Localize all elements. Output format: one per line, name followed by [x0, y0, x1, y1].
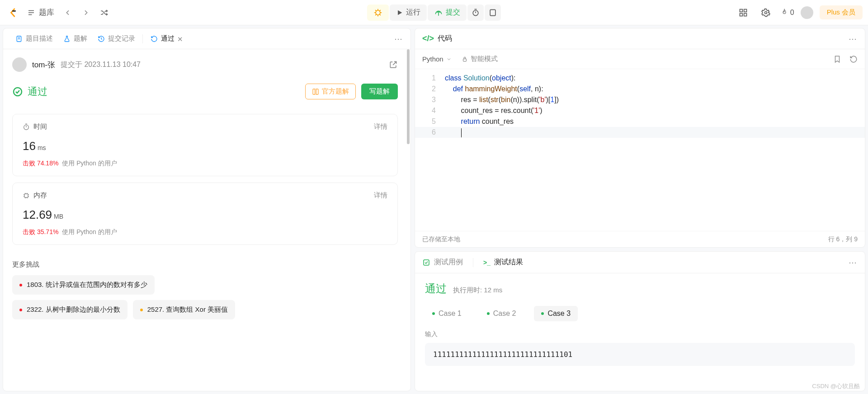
time-beat: 击败 74.18% 使用 Python 的用户 — [23, 159, 387, 168]
memory-detail-link[interactable]: 详情 — [374, 191, 387, 200]
result-status: 通过 — [425, 281, 447, 296]
left-pane: 题目描述 题解 提交记录 通过 ✕ ⋯ tom-张 提交 — [3, 28, 411, 391]
svg-rect-32 — [424, 260, 429, 265]
mode-indicator[interactable]: 智能模式 — [462, 55, 498, 63]
result-more-button[interactable]: ⋯ — [849, 258, 858, 267]
memory-beat: 击败 35.71% 使用 Python 的用户 — [23, 228, 387, 236]
problems-link[interactable]: 题库 — [24, 5, 58, 21]
submit-label: 提交 — [446, 8, 460, 17]
layout-button[interactable] — [735, 5, 751, 21]
status-row: 通过 官方题解 写题解 — [3, 80, 407, 108]
main: 题目描述 题解 提交记录 通过 ✕ ⋯ tom-张 提交 — [0, 25, 868, 394]
code-title: </> 代码 — [422, 34, 452, 43]
memory-card: 内存 详情 12.69MB 击败 35.71% 使用 Python 的用户 — [12, 183, 398, 245]
challenge-chips-row2: 2322. 从树中删除边的最小分数 2527. 查询数组 Xor 美丽值 — [3, 300, 407, 319]
flask-icon — [63, 35, 71, 43]
time-card: 时间 详情 16ms 击败 74.18% 使用 Python 的用户 — [12, 114, 398, 176]
input-value[interactable]: 11111111111111111111111111111101 — [425, 343, 855, 366]
case-tab-3[interactable]: Case 3 — [534, 306, 578, 321]
notes-button[interactable] — [485, 5, 501, 21]
svg-rect-10 — [740, 9, 742, 12]
fire-value: 0 — [790, 9, 794, 17]
svg-point-19 — [24, 125, 29, 130]
submit-button[interactable]: 提交 — [428, 5, 467, 21]
result-tabs: 测试用例 >_ 测试结果 ⋯ — [415, 252, 865, 273]
next-problem-button[interactable] — [78, 5, 94, 21]
tab-description[interactable]: 题目描述 — [10, 32, 57, 46]
clock-icon — [23, 123, 30, 131]
check-icon — [422, 258, 430, 267]
code-editor[interactable]: 1class Solution(object):2 def hammingWei… — [415, 69, 865, 231]
result-pane: 测试用例 >_ 测试结果 ⋯ 通过 执行用时: 12 ms Case 1 Cas… — [415, 251, 865, 391]
challenge-chip[interactable]: 1803. 统计异或值在范围内的数对有多少 — [12, 275, 155, 295]
history-icon — [97, 35, 105, 43]
submit-header: tom-张 提交于 2023.11.13 10:47 — [3, 49, 407, 80]
svg-rect-13 — [744, 13, 746, 16]
prev-problem-button[interactable] — [60, 5, 76, 21]
watermark: CSDN @心软且酷 — [812, 382, 860, 390]
time-detail-link[interactable]: 详情 — [374, 122, 387, 131]
chevron-down-icon — [446, 56, 452, 62]
save-status: 已存储至本地 — [422, 235, 460, 244]
official-solution-button[interactable]: 官方题解 — [305, 84, 356, 99]
code-pane: </> 代码 ⋯ Python 智能模式 1class — [415, 28, 865, 248]
input-label: 输入 — [425, 330, 855, 338]
topbar: 题库 运行 提交 — [0, 0, 868, 25]
tab-history[interactable]: 提交记录 — [93, 32, 140, 46]
logo-icon[interactable] — [5, 5, 22, 21]
lock-icon — [462, 56, 468, 62]
language-select[interactable]: Python — [422, 55, 452, 63]
avatar[interactable] — [12, 57, 27, 72]
case-tab-2[interactable]: Case 2 — [480, 306, 524, 321]
case-tabs: Case 1 Case 2 Case 3 — [425, 306, 855, 321]
more-menu-button[interactable]: ⋯ — [394, 34, 403, 44]
code-icon: </> — [422, 34, 434, 43]
result-body: 通过 执行用时: 12 ms Case 1 Case 2 Case 3 输入 1… — [415, 273, 865, 391]
write-solution-button[interactable]: 写题解 — [361, 84, 398, 99]
svg-marker-4 — [398, 10, 402, 15]
challenge-chip[interactable]: 2322. 从树中删除边的最小分数 — [12, 300, 127, 319]
user-name[interactable]: tom-张 — [32, 60, 55, 70]
reset-button[interactable] — [849, 55, 858, 63]
tab-results[interactable]: >_ 测试结果 — [483, 258, 523, 267]
submit-time: 提交于 2023.11.13 10:47 — [61, 60, 141, 70]
run-button[interactable]: 运行 — [390, 5, 427, 21]
bookmark-button[interactable] — [833, 55, 841, 63]
time-value: 16ms — [23, 139, 387, 153]
challenge-chip[interactable]: 2527. 查询数组 Xor 美丽值 — [133, 300, 235, 319]
external-link-icon[interactable] — [389, 60, 398, 69]
code-more-button[interactable]: ⋯ — [849, 34, 858, 44]
settings-button[interactable] — [758, 5, 774, 21]
fire-count[interactable]: 0 — [780, 9, 794, 17]
shuffle-button[interactable] — [96, 5, 112, 21]
svg-rect-12 — [740, 13, 742, 16]
right-pane: </> 代码 ⋯ Python 智能模式 1class — [415, 28, 865, 391]
svg-rect-9 — [490, 9, 495, 15]
debug-button[interactable] — [367, 5, 389, 21]
left-body: tom-张 提交于 2023.11.13 10:47 通过 官方题解 写题解 — [3, 49, 410, 391]
close-icon[interactable]: ✕ — [177, 35, 184, 42]
lang-bar: Python 智能模式 — [415, 49, 865, 69]
user-avatar-icon[interactable] — [801, 6, 813, 19]
svg-rect-31 — [463, 59, 466, 61]
case-tab-1[interactable]: Case 1 — [425, 306, 469, 321]
exec-time: 执行用时: 12 ms — [453, 286, 502, 295]
svg-rect-22 — [24, 194, 28, 197]
memory-value: 12.69MB — [23, 208, 387, 222]
code-tabbar: </> 代码 ⋯ — [415, 28, 865, 49]
scrollbar[interactable] — [406, 49, 410, 391]
tab-pass[interactable]: 通过 ✕ — [146, 32, 189, 46]
svg-rect-11 — [744, 9, 746, 12]
run-label: 运行 — [406, 8, 420, 17]
timer-button[interactable] — [467, 5, 484, 21]
editor-footer: 已存储至本地 行 6，列 9 — [415, 231, 865, 247]
status-badge: 通过 — [12, 85, 47, 98]
memory-icon — [23, 192, 30, 199]
plus-button[interactable]: Plus 会员 — [820, 5, 863, 19]
document-icon — [15, 35, 23, 43]
tab-testcases[interactable]: 测试用例 — [422, 258, 463, 267]
cursor-position: 行 6，列 9 — [828, 235, 858, 244]
svg-point-14 — [764, 11, 767, 14]
left-tabbar: 题目描述 题解 提交记录 通过 ✕ ⋯ — [3, 28, 410, 49]
tab-solution[interactable]: 题解 — [58, 32, 92, 46]
